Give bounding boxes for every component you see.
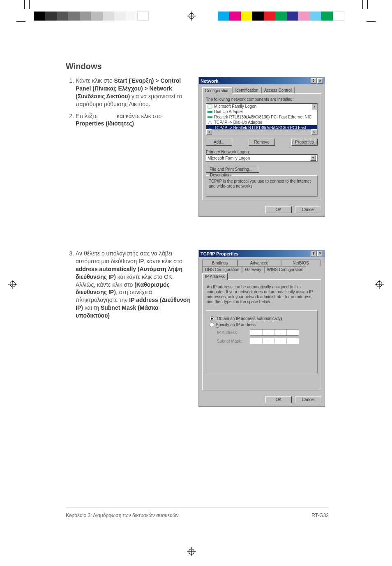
footer-model: RT-G32 bbox=[311, 513, 329, 518]
dropdown-arrow-icon[interactable]: ▾ bbox=[310, 155, 316, 161]
network-dialog: Network ? × Configuration Identification… bbox=[198, 77, 325, 217]
close-icon[interactable]: × bbox=[317, 251, 323, 256]
registration-mark-icon bbox=[375, 280, 384, 289]
grayscale-bar bbox=[34, 12, 149, 21]
radio-specify-ip[interactable]: Specify an IP address: bbox=[210, 322, 314, 327]
svg-rect-14 bbox=[208, 116, 212, 118]
primary-logon-label: Primary Network Logon: bbox=[206, 150, 318, 154]
step-2: Επιλέξτε και κάντε κλικ στο Properties (… bbox=[76, 112, 191, 128]
components-label: The following network components are ins… bbox=[206, 97, 318, 102]
tcpip-intro: An IP address can be automatically assig… bbox=[207, 285, 317, 304]
tab-access-control[interactable]: Access Control bbox=[261, 87, 295, 93]
description-text: TCP/IP is the protocol you use to connec… bbox=[209, 179, 315, 189]
instructions-block-1: Κάντε κλικ στο Start (Έναρξη) > Control … bbox=[66, 77, 191, 217]
add-button[interactable]: AAdd...dd... bbox=[206, 139, 232, 146]
tab-wins[interactable]: WINS Configuration bbox=[264, 266, 306, 273]
tab-dns[interactable]: DNS Configuration bbox=[202, 266, 242, 273]
adapter-icon bbox=[208, 115, 212, 119]
close-icon[interactable]: × bbox=[317, 78, 323, 84]
scroll-up-icon[interactable]: ▴ bbox=[311, 104, 317, 109]
components-listbox[interactable]: Microsoft Family Logon Dial-Up Adapter R… bbox=[206, 103, 318, 135]
primary-logon-select[interactable]: Microsoft Family Logon ▾ bbox=[206, 154, 318, 162]
tab-gateway[interactable]: Gateway bbox=[242, 266, 264, 273]
logon-icon bbox=[208, 104, 212, 109]
subnet-mask-label: Subnet Mask: bbox=[217, 339, 247, 343]
ip-address-input[interactable]: ... bbox=[250, 329, 299, 336]
scroll-right-icon[interactable]: ▸ bbox=[311, 129, 317, 135]
cancel-button[interactable]: Cancel bbox=[295, 206, 321, 213]
protocol-icon bbox=[208, 121, 212, 125]
color-bar bbox=[218, 12, 344, 21]
tcpip-dialog: TCP/IP Properties ? × Bindings Advanced … bbox=[198, 250, 325, 407]
tab-bindings[interactable]: Bindings bbox=[202, 260, 238, 266]
ip-address-label: IP Address: bbox=[217, 330, 247, 335]
step-1: Κάντε κλικ στο Start (Έναρξη) > Control … bbox=[76, 77, 191, 108]
help-icon[interactable]: ? bbox=[311, 251, 316, 256]
registration-mark-icon bbox=[187, 547, 196, 556]
section-title: Windows bbox=[66, 62, 329, 71]
registration-mark-icon bbox=[187, 12, 196, 21]
dialog-title: TCP/IP Properties bbox=[201, 251, 239, 256]
tab-advanced[interactable]: Advanced bbox=[238, 260, 281, 266]
dialog-title: Network bbox=[201, 79, 218, 84]
radio-obtain-auto[interactable]: Obtain an IP address automatically bbox=[210, 316, 314, 321]
tab-identification[interactable]: Identification bbox=[232, 87, 261, 93]
help-icon[interactable]: ? bbox=[311, 78, 316, 84]
file-print-sharing-button[interactable]: File and Print Sharing... bbox=[206, 166, 259, 173]
footer-chapter: Κεφάλαιο 3: Διαμόρφωση των δικτυακών συσ… bbox=[66, 513, 179, 518]
description-label: Description bbox=[209, 173, 232, 177]
registration-mark-icon bbox=[8, 280, 17, 289]
ok-button[interactable]: OK bbox=[265, 206, 292, 213]
tab-configuration[interactable]: Configuration bbox=[202, 87, 232, 94]
cancel-button[interactable]: Cancel bbox=[295, 396, 321, 403]
instructions-block-2: Αν θέλετε ο υπολογιστής σας να λάβει αυτ… bbox=[66, 250, 191, 407]
tab-netbios[interactable]: NetBIOS bbox=[281, 260, 321, 266]
step-3: Αν θέλετε ο υπολογιστής σας να λάβει αυτ… bbox=[76, 250, 191, 320]
subnet-mask-input[interactable]: ... bbox=[250, 338, 299, 344]
tab-ipaddress[interactable]: IP Address bbox=[202, 273, 228, 280]
svg-rect-12 bbox=[208, 105, 212, 108]
adapter-icon bbox=[208, 110, 212, 114]
properties-button[interactable]: Properties bbox=[291, 139, 318, 146]
scroll-left-icon[interactable]: ◂ bbox=[206, 129, 212, 135]
ok-button[interactable]: OK bbox=[265, 396, 292, 403]
footer-divider bbox=[66, 508, 328, 508]
remove-button[interactable]: Remove bbox=[249, 139, 275, 146]
svg-rect-13 bbox=[208, 111, 212, 113]
